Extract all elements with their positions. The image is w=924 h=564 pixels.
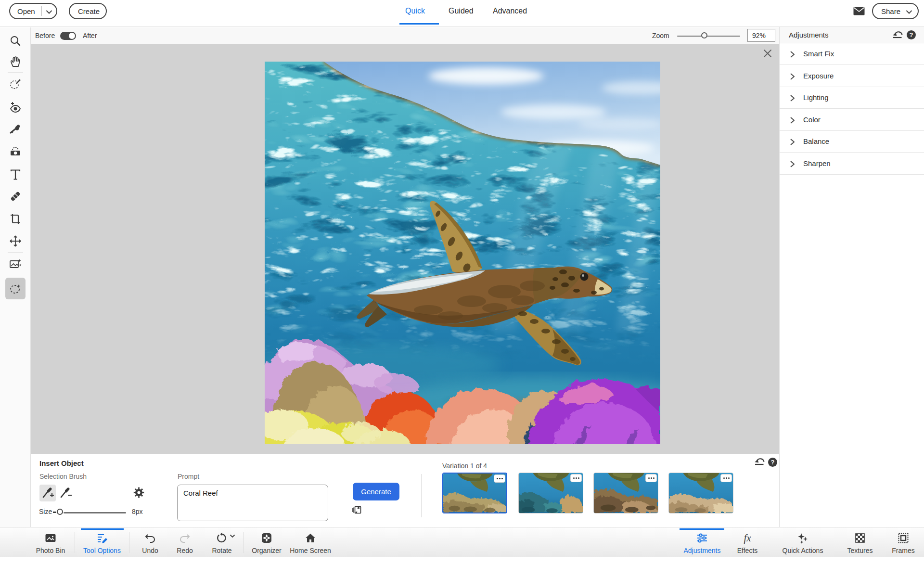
svg-text:?: ? bbox=[771, 459, 775, 466]
svg-text:fx: fx bbox=[744, 532, 751, 544]
svg-text:?: ? bbox=[910, 31, 913, 38]
